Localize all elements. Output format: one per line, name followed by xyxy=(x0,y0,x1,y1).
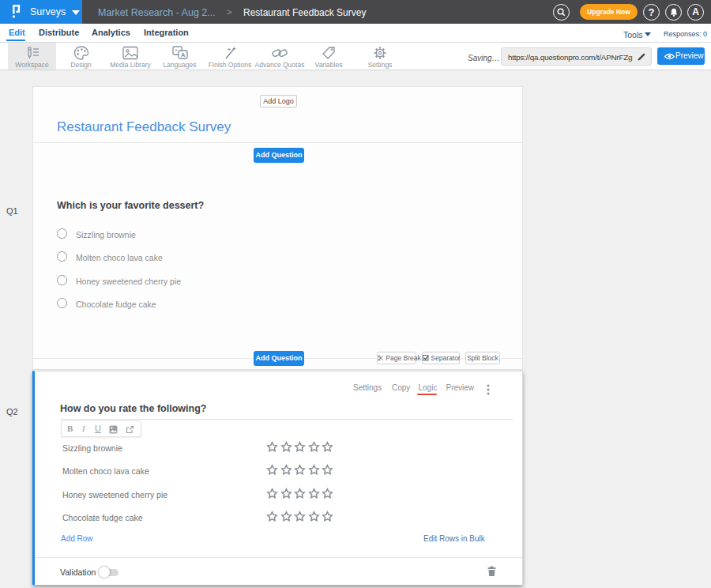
svg-text:*: * xyxy=(175,47,177,55)
svg-text:A: A xyxy=(181,51,186,58)
